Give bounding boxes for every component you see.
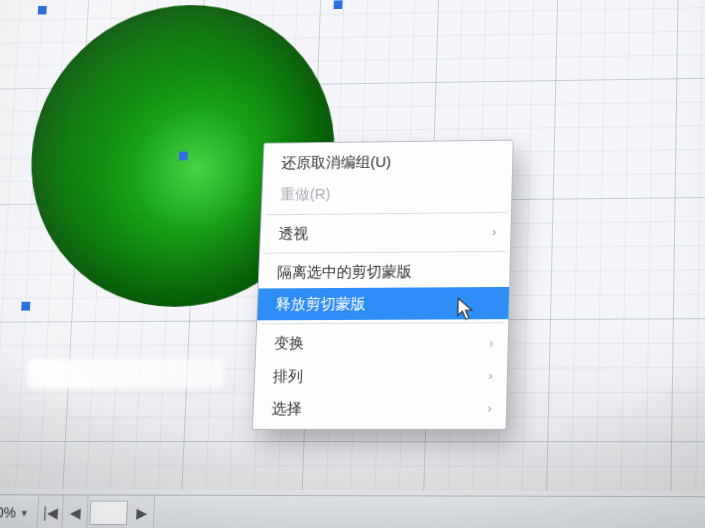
menu-item-undo[interactable]: 还原取消编组(U) (263, 145, 513, 180)
menu-item-release-clip-mask[interactable]: 释放剪切蒙版 (257, 287, 509, 321)
nav-prev-button[interactable]: ◀ (62, 495, 89, 528)
page-number-field[interactable] (89, 501, 128, 526)
nav-first-icon: |◀ (43, 504, 58, 520)
menu-item-label: 透视 (278, 223, 308, 243)
zoom-control[interactable]: 0% ▾ (0, 495, 40, 528)
screen-glare (26, 358, 224, 388)
menu-item-label: 变换 (274, 333, 305, 353)
menu-item-label: 还原取消编组(U) (281, 152, 391, 173)
menu-item-perspective[interactable]: 透视 › (260, 215, 511, 249)
nav-prev-icon: ◀ (69, 505, 81, 521)
selection-handle-top-left[interactable] (38, 6, 47, 15)
chevron-right-icon: › (492, 223, 497, 241)
selection-handle-bottom-left[interactable] (21, 302, 30, 311)
menu-item-isolate-clip-mask[interactable]: 隔离选中的剪切蒙版 (259, 255, 510, 289)
nav-next-icon: ▶ (136, 505, 148, 521)
menu-item-label: 排列 (273, 366, 304, 386)
nav-first-button[interactable]: |◀ (38, 495, 65, 528)
menu-item-select[interactable]: 选择 › (253, 392, 506, 425)
dropdown-icon: ▾ (21, 506, 28, 519)
menu-item-arrange[interactable]: 排列 › (254, 359, 507, 392)
menu-item-label: 重做(R) (280, 184, 331, 204)
menu-item-label: 选择 (271, 398, 302, 418)
context-menu: 还原取消编组(U) 重做(R) 透视 › 隔离选中的剪切蒙版 释放剪切蒙版 变换… (252, 140, 514, 430)
selection-handle-top-right[interactable] (334, 0, 343, 9)
menu-item-label: 释放剪切蒙版 (275, 294, 366, 315)
nav-next-button[interactable]: ▶ (129, 496, 156, 528)
menu-separator (261, 322, 504, 324)
chevron-right-icon: › (487, 399, 492, 417)
chevron-right-icon: › (489, 334, 494, 352)
menu-separator (266, 211, 507, 214)
menu-item-transform[interactable]: 变换 › (256, 326, 508, 359)
menu-item-label: 隔离选中的剪切蒙版 (277, 261, 412, 282)
zoom-value: 0% (0, 504, 16, 520)
menu-separator (264, 251, 506, 254)
selection-handle-center[interactable] (179, 152, 188, 161)
menu-item-redo: 重做(R) (262, 176, 512, 210)
status-bar: 0% ▾ |◀ ◀ ▶ (0, 494, 705, 528)
chevron-right-icon: › (488, 367, 493, 385)
